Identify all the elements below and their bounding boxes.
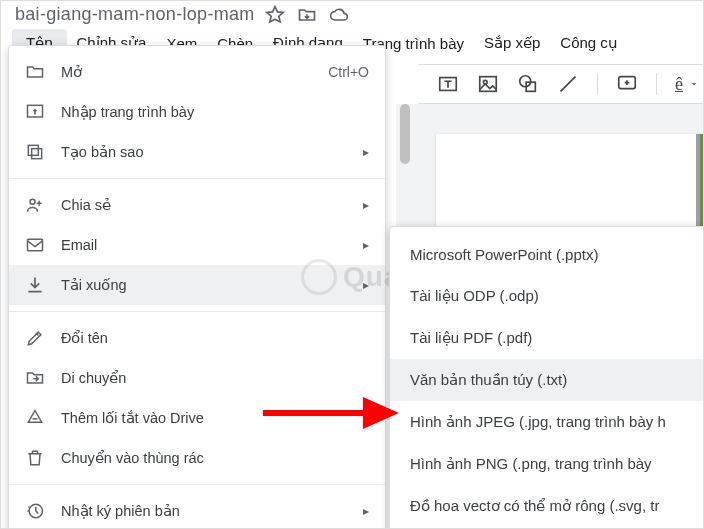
chevron-right-icon: ▸ <box>363 198 369 212</box>
submenu-item-txt[interactable]: Văn bản thuần túy (.txt) <box>390 359 704 401</box>
menu-item-label: Nhập trang trình bày <box>61 104 369 120</box>
menu-tools[interactable]: Công cụ <box>550 29 628 57</box>
menu-item-label: Tải xuống <box>61 277 347 293</box>
chevron-right-icon: ▸ <box>363 504 369 518</box>
submenu-item-jpg[interactable]: Hình ảnh JPEG (.jpg, trang trình bày h <box>390 401 704 443</box>
svg-point-3 <box>520 76 531 87</box>
submenu-item-svg[interactable]: Đồ hoa vectơ có thể mở rông (.svg, tr <box>390 485 704 527</box>
image-tool-icon[interactable] <box>477 73 499 95</box>
move-folder-icon[interactable] <box>297 5 317 25</box>
menu-item-move[interactable]: Di chuyển <box>9 358 385 398</box>
menu-item-label: Mở <box>61 64 312 80</box>
copy-icon <box>25 142 45 162</box>
email-icon <box>25 235 45 255</box>
menu-arrange[interactable]: Sắp xếp <box>474 29 550 57</box>
svg-rect-7 <box>32 149 42 159</box>
cloud-status-icon[interactable] <box>329 5 349 25</box>
rename-icon <box>25 328 45 348</box>
chevron-right-icon: ▸ <box>363 145 369 159</box>
svg-point-9 <box>30 199 35 204</box>
menu-divider <box>9 311 385 312</box>
file-menu-dropdown: Mở Ctrl+O Nhập trang trình bày Tạo bản s… <box>8 45 386 529</box>
toolbar-separator <box>656 73 657 95</box>
menu-item-make-copy[interactable]: Tạo bản sao ▸ <box>9 132 385 172</box>
textbox-tool-icon[interactable] <box>437 73 459 95</box>
shape-tool-icon[interactable] <box>517 73 539 95</box>
comment-tool-icon[interactable] <box>616 73 638 95</box>
chevron-down-icon[interactable] <box>689 79 699 89</box>
toolbar-separator <box>597 73 598 95</box>
download-icon <box>25 275 45 295</box>
chevron-right-icon: ▸ <box>363 238 369 252</box>
menu-item-label: Tạo bản sao <box>61 144 347 160</box>
menu-item-version-history[interactable]: Nhật ký phiên bản ▸ <box>9 491 385 529</box>
svg-rect-10 <box>28 239 43 251</box>
vertical-scrollbar[interactable] <box>396 104 416 204</box>
move-icon <box>25 368 45 388</box>
history-icon <box>25 501 45 521</box>
line-tool-icon[interactable] <box>557 73 579 95</box>
menu-item-download[interactable]: Tải xuống ▸ <box>9 265 385 305</box>
doc-title[interactable]: bai-giang-mam-non-lop-mam <box>15 4 255 25</box>
trash-icon <box>25 448 45 468</box>
svg-rect-1 <box>480 77 497 92</box>
submenu-item-png[interactable]: Hình ảnh PNG (.png, trang trình bày <box>390 443 704 485</box>
menu-divider <box>9 178 385 179</box>
menu-item-shortcut: Ctrl+O <box>328 64 369 80</box>
toolbar: ê <box>419 64 703 104</box>
menu-item-share[interactable]: Chia sẻ ▸ <box>9 185 385 225</box>
text-format-button[interactable]: ê <box>675 74 683 95</box>
menu-item-rename[interactable]: Đổi tên <box>9 318 385 358</box>
folder-open-icon <box>25 62 45 82</box>
menu-item-label: Chia sẻ <box>61 197 347 213</box>
menu-item-label: Email <box>61 237 347 253</box>
star-icon[interactable] <box>265 5 285 25</box>
menu-item-label: Đổi tên <box>61 330 369 346</box>
menu-item-add-shortcut[interactable]: Thêm lối tắt vào Drive <box>9 398 385 438</box>
menu-item-label: Di chuyển <box>61 370 369 386</box>
menu-item-label: Chuyển vào thùng rác <box>61 450 369 466</box>
share-icon <box>25 195 45 215</box>
menu-item-trash[interactable]: Chuyển vào thùng rác <box>9 438 385 478</box>
submenu-item-pptx[interactable]: Microsoft PowerPoint (.pptx) <box>390 233 704 275</box>
submenu-item-pdf[interactable]: Tài liệu PDF (.pdf) <box>390 317 704 359</box>
download-submenu: Microsoft PowerPoint (.pptx) Tài liệu OD… <box>389 226 704 529</box>
menu-item-email[interactable]: Email ▸ <box>9 225 385 265</box>
chevron-right-icon: ▸ <box>363 278 369 292</box>
menu-item-label: Thêm lối tắt vào Drive <box>61 410 369 426</box>
menu-item-label: Nhật ký phiên bản <box>61 503 347 519</box>
menu-divider <box>9 484 385 485</box>
svg-rect-8 <box>28 145 38 155</box>
import-icon <box>25 102 45 122</box>
menu-item-open[interactable]: Mở Ctrl+O <box>9 52 385 92</box>
menu-item-import-slides[interactable]: Nhập trang trình bày <box>9 92 385 132</box>
drive-shortcut-icon <box>25 408 45 428</box>
submenu-item-odp[interactable]: Tài liệu ODP (.odp) <box>390 275 704 317</box>
